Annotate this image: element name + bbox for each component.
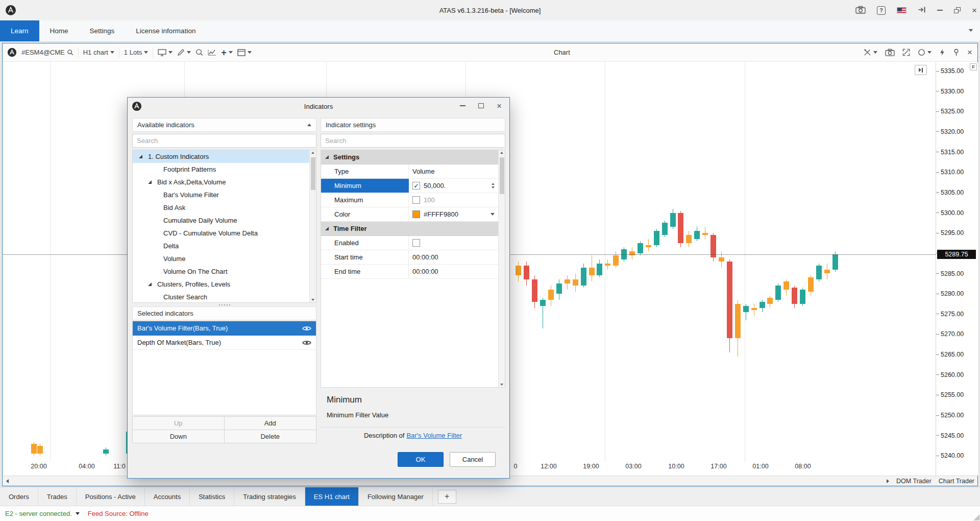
- setting-row-maximum[interactable]: Maximum 100: [321, 193, 505, 207]
- scroll-right-button[interactable]: [887, 479, 889, 483]
- layout-button[interactable]: [237, 49, 252, 56]
- setting-row-type[interactable]: Type Volume: [321, 164, 505, 179]
- add-tab-button[interactable]: +: [438, 490, 456, 504]
- chart-trader-tab[interactable]: Chart Trader: [939, 478, 974, 485]
- dock-window-icon[interactable]: [918, 6, 926, 15]
- screenshot-camera-icon[interactable]: [855, 6, 866, 15]
- screens-button[interactable]: [158, 49, 173, 56]
- selected-indicator-row[interactable]: Depth Of Market(Bars, True): [133, 336, 316, 350]
- lightning-icon[interactable]: [939, 49, 945, 56]
- language-flag-icon[interactable]: [897, 7, 906, 14]
- settings-group-header[interactable]: Settings: [321, 150, 505, 164]
- price-axis[interactable]: F 5289.75 5335.005330.005325.005320.0053…: [936, 62, 978, 476]
- zoom-button[interactable]: [195, 49, 203, 56]
- lots-selector[interactable]: 1 Lots: [124, 49, 148, 56]
- panel-close-icon[interactable]: ×: [967, 48, 972, 57]
- restore-button[interactable]: [954, 7, 961, 13]
- dialog-close-button[interactable]: ×: [491, 100, 507, 112]
- tree-item[interactable]: CVD - Cumulative Volume Delta: [133, 227, 316, 240]
- down-button[interactable]: Down: [132, 430, 225, 443]
- time-filter-group-header[interactable]: Time Filter: [321, 222, 505, 236]
- tab-trades[interactable]: Trades: [38, 487, 77, 506]
- add-indicator-button[interactable]: +: [221, 48, 233, 57]
- minimum-checkbox[interactable]: ✓: [412, 182, 420, 190]
- tab-home[interactable]: Home: [39, 20, 79, 41]
- tab-statistics[interactable]: Statistics: [190, 487, 234, 506]
- expander-icon[interactable]: [148, 282, 152, 286]
- splitter-grip[interactable]: [132, 303, 316, 306]
- setting-row-minimum[interactable]: Minimum ✓ 50,000.: [321, 179, 505, 193]
- panel-camera-icon[interactable]: [885, 49, 895, 56]
- tree-item[interactable]: Bid Ask: [133, 201, 316, 214]
- delete-button[interactable]: Delete: [224, 430, 317, 443]
- tab-accounts[interactable]: Accounts: [145, 487, 190, 506]
- go-to-realtime-button[interactable]: [915, 65, 927, 75]
- setting-row-enabled[interactable]: Enabled: [321, 236, 505, 250]
- timeframe-selector[interactable]: H1 chart: [83, 49, 114, 56]
- symbol-selector[interactable]: #ESM4@CME: [21, 49, 74, 56]
- number-spinner[interactable]: [492, 183, 495, 188]
- scroll-left-button[interactable]: [6, 479, 9, 483]
- tree-item[interactable]: Cluster Search: [133, 291, 316, 303]
- drawing-tools-button[interactable]: [177, 49, 191, 56]
- enabled-checkbox[interactable]: [412, 239, 420, 247]
- help-icon[interactable]: ?: [877, 6, 886, 15]
- scroll-down-icon[interactable]: [311, 299, 314, 301]
- scrollbar-thumb[interactable]: [500, 157, 504, 194]
- tree-item[interactable]: Bid x Ask,Delta,Volume: [133, 176, 316, 188]
- visibility-eye-icon[interactable]: [302, 326, 311, 331]
- available-indicators-header[interactable]: Available indicators: [132, 118, 316, 132]
- ok-button[interactable]: OK: [398, 452, 444, 467]
- tree-item[interactable]: Bar's Volume Filter: [133, 188, 316, 201]
- tree-item[interactable]: Footprint Patterns: [133, 163, 316, 176]
- visibility-eye-icon[interactable]: [302, 340, 311, 345]
- expander-icon[interactable]: [148, 180, 152, 184]
- fullscreen-icon[interactable]: [902, 49, 910, 56]
- settings-search-input[interactable]: [321, 134, 505, 148]
- pin-icon[interactable]: [953, 49, 960, 56]
- tree-item[interactable]: 1. Custom Indicators: [133, 150, 316, 163]
- dialog-minimize-button[interactable]: [454, 100, 471, 112]
- scroll-up-icon[interactable]: [500, 152, 503, 154]
- expander-icon[interactable]: [139, 155, 142, 158]
- setting-row-color[interactable]: Color #FFFF9800: [321, 207, 505, 222]
- tab-positions-active[interactable]: Positions - Active: [77, 487, 145, 506]
- resize-grip[interactable]: [973, 514, 979, 520]
- tree-item[interactable]: Clusters, Profiles, Levels: [133, 278, 316, 291]
- tab-license-information[interactable]: License information: [125, 20, 206, 41]
- color-swatch[interactable]: [412, 210, 420, 218]
- chevron-down-icon[interactable]: [491, 213, 495, 216]
- indicator-description-link[interactable]: Bar's Volume Filter: [406, 432, 462, 439]
- setting-row-start-time[interactable]: Start time 00:00:00: [321, 250, 505, 265]
- available-search-input[interactable]: [132, 134, 316, 148]
- settings-scrollbar[interactable]: [498, 150, 505, 387]
- scroll-up-icon[interactable]: [311, 152, 314, 154]
- tree-scrollbar[interactable]: [309, 150, 316, 302]
- tree-item[interactable]: Delta: [133, 240, 316, 252]
- tab-following-manager[interactable]: Following Manager: [359, 487, 433, 506]
- axis-f-icon[interactable]: F: [970, 63, 977, 70]
- tree-item[interactable]: Cumulative Daily Volume: [133, 214, 316, 227]
- connection-dropdown-icon[interactable]: [76, 512, 80, 515]
- tab-orders[interactable]: Orders: [0, 487, 38, 506]
- menu-collapse-chevron-icon[interactable]: [969, 29, 973, 32]
- setting-row-end-time[interactable]: End time 00:00:00: [321, 265, 505, 279]
- tab-learn[interactable]: Learn: [0, 20, 39, 41]
- tab-trading-strategies[interactable]: Trading strategies: [234, 487, 305, 506]
- circle-tool-button[interactable]: [918, 49, 932, 56]
- maximum-checkbox[interactable]: [412, 196, 420, 204]
- dialog-maximize-button[interactable]: [473, 100, 489, 112]
- up-button[interactable]: Up: [132, 416, 225, 430]
- tab-es-h1-chart[interactable]: ES H1 chart: [305, 487, 359, 506]
- tab-settings[interactable]: Settings: [79, 20, 126, 41]
- close-button[interactable]: ×: [972, 6, 977, 15]
- cancel-button[interactable]: Cancel: [450, 452, 496, 467]
- tree-item[interactable]: Volume On The Chart: [133, 265, 316, 278]
- tools-button[interactable]: [864, 49, 877, 56]
- dom-trader-tab[interactable]: DOM Trader: [896, 478, 932, 485]
- scrollbar-thumb[interactable]: [311, 157, 315, 190]
- minimize-button[interactable]: [937, 10, 943, 11]
- add-button[interactable]: Add: [224, 416, 317, 430]
- selected-indicator-row[interactable]: Bar's Volume Filter(Bars, True): [133, 321, 316, 336]
- tree-item[interactable]: Volume: [133, 252, 316, 265]
